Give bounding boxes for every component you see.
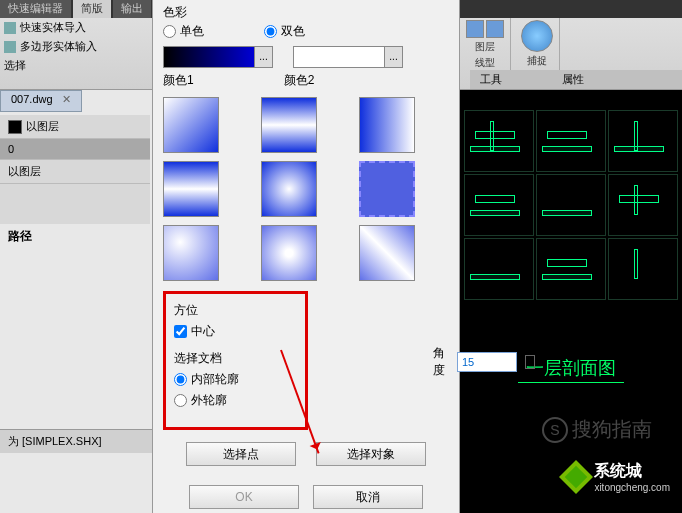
props-row-layer2[interactable]: 以图层 bbox=[0, 160, 150, 184]
cad-thumb[interactable] bbox=[536, 110, 606, 172]
file-tab[interactable]: 007.dwg ✕ bbox=[0, 90, 82, 112]
ribbon-item-select[interactable]: 选择 bbox=[0, 56, 150, 75]
watermark-url: xitongcheng.com bbox=[594, 482, 670, 493]
watermark-icon bbox=[559, 460, 593, 494]
gradient-preset-7[interactable] bbox=[163, 225, 219, 281]
close-icon[interactable]: ✕ bbox=[62, 93, 71, 105]
props-row-layer[interactable]: 以图层 bbox=[0, 115, 150, 139]
gradient-preset-8[interactable] bbox=[261, 225, 317, 281]
cad-thumb[interactable] bbox=[608, 174, 678, 236]
gradient-preset-1[interactable] bbox=[163, 97, 219, 153]
color2-picker[interactable]: ... bbox=[293, 46, 403, 68]
angle-label: 角度 bbox=[433, 345, 449, 379]
polygon-icon bbox=[4, 41, 16, 53]
color-swatch bbox=[8, 120, 22, 134]
center-checkbox[interactable]: 中心 bbox=[174, 323, 297, 340]
sogou-watermark: S 搜狗指南 bbox=[542, 416, 652, 443]
select-point-button[interactable]: 选择点 bbox=[186, 442, 296, 466]
color1-more-button[interactable]: ... bbox=[254, 47, 272, 67]
radio-single-color[interactable]: 单色 bbox=[163, 23, 204, 40]
gradient-dialog: 色彩 单色 双色 ... ... 颜色1 颜色2 方位 中心 选择文档 bbox=[152, 0, 460, 513]
gradient-preset-5[interactable] bbox=[261, 161, 317, 217]
color-mode-section: 色彩 单色 双色 ... ... 颜色1 颜色2 bbox=[163, 4, 449, 89]
chevron-down-icon[interactable]: ▾ bbox=[525, 355, 535, 369]
sogou-icon: S bbox=[542, 417, 568, 443]
cad-thumb[interactable] bbox=[608, 238, 678, 300]
linetype-label: 线型 bbox=[475, 56, 495, 70]
gradient-preset-4[interactable] bbox=[163, 161, 219, 217]
ribbon-item-polygon[interactable]: 多边形实体输入 bbox=[0, 37, 150, 56]
properties-panel: 以图层 0 以图层 路径 bbox=[0, 115, 150, 249]
cad-thumb[interactable] bbox=[536, 238, 606, 300]
color1-label: 颜色1 bbox=[163, 72, 194, 89]
ribbon-tab-1[interactable]: 快速编辑器 bbox=[0, 0, 71, 18]
cad-thumb[interactable] bbox=[464, 174, 534, 236]
gradient-presets bbox=[163, 97, 449, 281]
snap-label: 捕捉 bbox=[527, 54, 547, 68]
ribbon-tab-3[interactable]: 输出 bbox=[113, 0, 151, 18]
gradient-preset-9[interactable] bbox=[359, 225, 415, 281]
layer-label: 图层 bbox=[475, 40, 495, 54]
gradient-preset-2[interactable] bbox=[261, 97, 317, 153]
props-label: 属性 bbox=[562, 72, 584, 87]
tools-label: 工具 bbox=[480, 72, 502, 87]
select-doc-title: 选择文档 bbox=[174, 350, 297, 367]
site-watermark: 系统城 xitongcheng.com bbox=[564, 461, 670, 493]
color2-more-button[interactable]: ... bbox=[384, 47, 402, 67]
cad-thumb[interactable] bbox=[464, 238, 534, 300]
ribbon-left-panel: 快速实体导入 多边形实体输入 选择 bbox=[0, 18, 150, 88]
cad-thumb[interactable] bbox=[608, 110, 678, 172]
select-object-button[interactable]: 选择对象 bbox=[316, 442, 426, 466]
cad-thumb[interactable] bbox=[536, 174, 606, 236]
drawing-canvas[interactable]: 一层剖面图 bbox=[460, 90, 682, 513]
ribbon-tab-2[interactable]: 简版 bbox=[73, 0, 111, 18]
angle-field: 角度 ▾ bbox=[433, 345, 535, 379]
cad-thumb[interactable] bbox=[464, 110, 534, 172]
ribbon-item-import[interactable]: 快速实体导入 bbox=[0, 18, 150, 37]
color1-picker[interactable]: ... bbox=[163, 46, 273, 68]
radio-inner-contour[interactable]: 内部轮廓 bbox=[174, 371, 297, 388]
linetype-icon[interactable] bbox=[486, 20, 504, 38]
highlight-annotation: 方位 中心 选择文档 内部轮廓 外轮廓 bbox=[163, 291, 308, 430]
snap-icon[interactable] bbox=[521, 20, 553, 52]
ok-button[interactable]: OK bbox=[189, 485, 299, 509]
angle-input[interactable] bbox=[457, 352, 517, 372]
gradient-preset-3[interactable] bbox=[359, 97, 415, 153]
import-icon bbox=[4, 22, 16, 34]
select-doc-group: 选择文档 内部轮廓 外轮廓 bbox=[174, 350, 297, 409]
orientation-title: 方位 bbox=[174, 302, 297, 319]
gradient-preset-6[interactable] bbox=[359, 161, 415, 217]
drawing-grid bbox=[460, 90, 682, 320]
cancel-button[interactable]: 取消 bbox=[313, 485, 423, 509]
ribbon-bottom-labels: 工具 属性 bbox=[470, 70, 682, 89]
props-section-path: 路径 bbox=[0, 224, 150, 249]
status-text: 为 [SIMPLEX.SHX] bbox=[8, 435, 102, 447]
color-section-label: 色彩 bbox=[163, 4, 449, 21]
file-tab-name: 007.dwg bbox=[11, 93, 53, 105]
radio-outer-contour[interactable]: 外轮廓 bbox=[174, 392, 297, 409]
orientation-group: 方位 中心 bbox=[174, 302, 297, 340]
color2-label: 颜色2 bbox=[284, 72, 315, 89]
radio-double-color[interactable]: 双色 bbox=[264, 23, 305, 40]
layer-icon[interactable] bbox=[466, 20, 484, 38]
watermark-text: 系统城 bbox=[594, 461, 670, 482]
props-row-zero[interactable]: 0 bbox=[0, 139, 150, 160]
